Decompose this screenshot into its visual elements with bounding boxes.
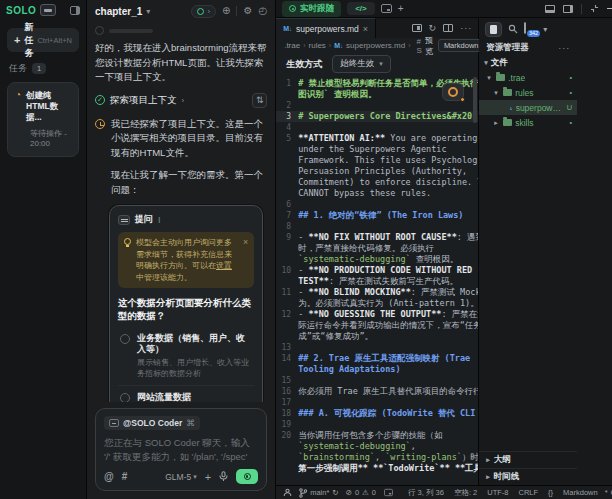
line-content: 你必须用 Trae 原生工具替代原项目的命令行行为： — [298, 386, 478, 397]
task-card[interactable]: ◔ 创建纯HTML数据... 等待操作 - 20:00 — [7, 82, 79, 157]
context-message: 我已经探索了项目上下文。这是一个小说撰写相关的项目目录。目前没有现有的HTML文… — [111, 117, 267, 161]
mention-icon[interactable]: @ — [104, 471, 114, 482]
markdown-file-icon: M — [334, 42, 343, 49]
problems-indicator[interactable]: ⊘0 ⚠0 — [346, 488, 376, 497]
new-chat-icon[interactable]: ⊕ — [222, 6, 230, 16]
ports-icon[interactable] — [384, 489, 393, 496]
cue-indicator[interactable]: * CUE — [605, 488, 612, 497]
git-branch-indicator[interactable]: main* ↻ — [299, 488, 338, 498]
tree-row[interactable]: ▾ .trae • — [479, 70, 577, 85]
chevron-down-icon[interactable]: ▾ — [146, 7, 150, 16]
tree-item-icon — [503, 89, 512, 96]
close-icon[interactable]: × — [243, 237, 248, 283]
editor-tab[interactable]: M superpowers.md × — [276, 18, 376, 38]
tree-row[interactable]: superpowers... U — [479, 100, 577, 115]
toggle-panel-right-icon[interactable] — [563, 5, 573, 13]
statusbar-item[interactable]: Markdown — [563, 488, 598, 497]
line-number — [276, 188, 298, 199]
scrollbar-thumb[interactable] — [473, 77, 477, 123]
extensions-button[interactable]: 342 — [524, 23, 536, 35]
live-follow-tab[interactable]: 实时跟随 — [282, 1, 341, 17]
plus-icon: + — [14, 34, 20, 46]
new-task-button[interactable]: + 新任务 Ctrl+Alt+N — [7, 28, 79, 52]
more-actions-icon[interactable]: ··· — [558, 43, 570, 53]
line-number: 5 — [276, 133, 298, 144]
breadcrumb-folder[interactable]: rules — [309, 41, 326, 50]
statusbar-item[interactable]: CRLF — [518, 488, 538, 497]
line-number — [276, 331, 298, 342]
minimize-icon[interactable] — [607, 8, 612, 9]
sync-icon[interactable]: ↻ — [332, 488, 338, 497]
statusbar-item[interactable]: UTF-8 — [487, 488, 508, 497]
radio-icon[interactable] — [120, 334, 130, 344]
terminal-view-tab[interactable] — [381, 4, 392, 13]
voice-send-button[interactable] — [236, 469, 258, 484]
statusbar-item[interactable]: {} — [548, 488, 553, 497]
tree-row[interactable]: ▾ rules • — [479, 85, 577, 100]
option-row[interactable]: 业务数据（销售、用户、收入等） 展示销售、用户增长、收入等业务指标的数据分析 — [118, 327, 254, 385]
new-task-shortcut: Ctrl+Alt+N — [37, 36, 72, 45]
code-view-tab[interactable]: </> — [347, 2, 375, 15]
line-number: 15 — [276, 375, 298, 386]
effect-select[interactable]: 始终生效 ▾ — [332, 55, 391, 73]
collapse-icon[interactable] — [590, 4, 599, 13]
chat-input-placeholder[interactable]: 您正在与 SOLO Coder 聊天，输入 '/' 获取更多能力，如 '/pla… — [104, 436, 258, 463]
agent-chip[interactable]: @SOLO Coder ⌘ — [104, 416, 200, 430]
chevron-down-icon[interactable]: ▾ — [543, 25, 547, 34]
files-view-button[interactable] — [485, 22, 502, 37]
line-number — [276, 254, 298, 265]
breadcrumb-file[interactable]: superpowers.md — [346, 41, 405, 50]
history-icon[interactable]: ◴ — [258, 6, 267, 16]
line-number — [276, 166, 298, 177]
remote-indicator[interactable] — [283, 488, 292, 497]
solo-badge-icon — [40, 4, 56, 16]
code-line: Commitment) to enforce discipline. You — [276, 177, 478, 188]
model-selector[interactable]: GLM-5 ▾ — [165, 472, 197, 482]
chevron-right-icon: ▸ — [486, 473, 490, 481]
toggle-panel-icon[interactable] — [70, 6, 80, 15]
line-content: 当你调用任何包含多个步骤的技能（如 — [298, 430, 478, 441]
open-preview-icon[interactable] — [412, 24, 422, 32]
tree-row[interactable]: ▸ skills • — [479, 115, 577, 130]
sync-icon[interactable]: ↻ — [429, 23, 437, 33]
line-number — [276, 276, 298, 287]
file-icon — [490, 25, 497, 34]
add-attachment-icon[interactable]: + — [205, 471, 211, 483]
chat-header: chapter_1 ▾ › ⊕ ⚙ ◴ — [87, 0, 275, 22]
ai-assistant-fab[interactable] — [442, 83, 464, 101]
toggle-panel-bottom-icon[interactable] — [545, 5, 555, 13]
settings-gear-icon[interactable]: ⚙ — [243, 6, 252, 16]
split-editor-icon[interactable] — [443, 24, 453, 32]
line-content — [298, 122, 478, 133]
scroll-to-position-button[interactable]: ⇅ — [252, 93, 267, 108]
run-status-pill[interactable]: › — [191, 5, 216, 18]
line-number: 8 — [276, 221, 298, 232]
statusbar-item[interactable]: 行 3, 列 36 — [408, 488, 444, 498]
app-window: SOLO + 新任务 Ctrl+Alt+N 任务 1 ◔ 创建纯HTML数据..… — [0, 0, 612, 499]
statusbar-item[interactable]: 空格: 2 — [454, 488, 477, 498]
files-section-header[interactable]: ▾ 文件 — [479, 56, 577, 70]
tree-item-icon — [509, 104, 512, 112]
microphone-icon[interactable] — [219, 471, 228, 482]
context-hash-icon[interactable]: # — [122, 471, 128, 482]
search-icon[interactable] — [508, 24, 518, 34]
breadcrumb-symbol[interactable]: # S — [417, 37, 422, 55]
tool-call-row[interactable]: ✓ 探索项目上下文 › ⇅ — [95, 93, 267, 108]
line-number — [276, 463, 298, 474]
more-actions-icon[interactable]: ··· — [460, 23, 472, 33]
breadcrumb-root[interactable]: .trae — [284, 41, 300, 50]
command-key-icon: ⌘ — [186, 418, 195, 428]
line-content: Persuasion Principles (Authority, — [298, 166, 478, 177]
line-content — [298, 221, 478, 232]
chat-input-box[interactable]: @SOLO Coder ⌘ 您正在与 SOLO Coder 聊天，输入 '/' … — [95, 408, 267, 491]
option-row[interactable]: 网站流量数据 展示网站访问量、页面浏览、用户行为等网站分析数据 — [118, 385, 254, 402]
editor-column: M superpowers.md × ↻ ··· .trae › rules — [276, 18, 479, 485]
add-view-icon[interactable]: + — [398, 3, 404, 14]
chat-title[interactable]: chapter_1 — [95, 6, 142, 17]
code-editor[interactable]: 1 # 禁止模型轻易判断任务是否简单，必须先执行`意 图识别` 查明根因。 2 — [276, 75, 478, 485]
radio-icon[interactable] — [120, 393, 130, 402]
settings-link[interactable]: 设置 — [216, 261, 232, 270]
timeline-section[interactable]: ▸ 时间线 — [479, 468, 577, 485]
close-tab-icon[interactable]: × — [363, 24, 368, 34]
outline-section[interactable]: ▸ 大纲 — [479, 451, 577, 468]
